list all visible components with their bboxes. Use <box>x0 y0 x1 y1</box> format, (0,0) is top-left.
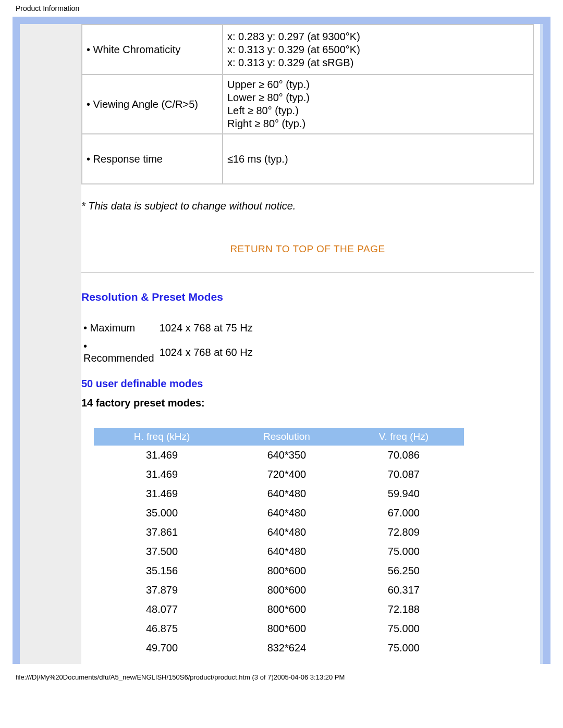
spec-label: • Viewing Angle (C/R>5) <box>82 75 223 134</box>
spec-value: ≤16 ms (typ.) <box>223 134 533 184</box>
table-row: • Maximum1024 x 768 at 75 Hz <box>83 319 258 337</box>
spec-label: • White Chromaticity <box>82 24 223 75</box>
cell: 72.809 <box>344 523 464 542</box>
footer-path: file:///D|/My%20Documents/dfu/A5_new/ENG… <box>0 664 563 686</box>
cell: 46.875 <box>94 619 230 638</box>
outer-frame: • White Chromaticityx: 0.283 y: 0.297 (a… <box>13 17 550 664</box>
cell: 72.188 <box>344 600 464 619</box>
column-header: H. freq (kHz) <box>94 428 230 446</box>
cell: 31.469 <box>94 484 230 503</box>
cell: 37.879 <box>94 581 230 600</box>
divider <box>81 273 534 273</box>
cell: 75.000 <box>344 619 464 638</box>
spec-table: • White Chromaticityx: 0.283 y: 0.297 (a… <box>81 24 534 184</box>
preset-table: H. freq (kHz)ResolutionV. freq (Hz) 31.4… <box>94 428 464 658</box>
table-row: 49.700832*62475.000 <box>94 638 464 658</box>
main-content: • White Chromaticityx: 0.283 y: 0.297 (a… <box>81 24 543 664</box>
section-heading-resolution: Resolution & Preset Modes <box>81 291 534 303</box>
table-row: 31.469640*35070.086 <box>94 446 464 465</box>
table-row: 37.879800*60060.317 <box>94 581 464 600</box>
cell: 640*480 <box>230 503 344 523</box>
table-row: 31.469720*40070.087 <box>94 465 464 484</box>
cell: 31.469 <box>94 465 230 484</box>
left-sidebar <box>20 24 81 664</box>
cell: 35.156 <box>94 561 230 581</box>
table-row: 48.077800*60072.188 <box>94 600 464 619</box>
cell: 59.940 <box>344 484 464 503</box>
column-header: V. freq (Hz) <box>344 428 464 446</box>
cell: 37.500 <box>94 542 230 561</box>
table-row: 46.875800*60075.000 <box>94 619 464 638</box>
cell: 75.000 <box>344 542 464 561</box>
cell: 70.086 <box>344 446 464 465</box>
mode-label: • Recommended <box>83 337 160 367</box>
cell: 800*600 <box>230 561 344 581</box>
table-row: 35.156800*60056.250 <box>94 561 464 581</box>
cell: 640*480 <box>230 542 344 561</box>
resolution-modes-table: • Maximum1024 x 768 at 75 Hz• Recommende… <box>83 319 258 367</box>
column-header: Resolution <box>230 428 344 446</box>
table-row: • Viewing Angle (C/R>5)Upper ≥ 60° (typ.… <box>82 75 533 134</box>
page-title: Product Information <box>0 0 563 17</box>
mode-label: • Maximum <box>83 319 160 337</box>
spec-value: Upper ≥ 60° (typ.)Lower ≥ 80° (typ.)Left… <box>223 75 533 134</box>
table-row: 37.500640*48075.000 <box>94 542 464 561</box>
factory-preset-heading: 14 factory preset modes: <box>81 397 534 409</box>
user-definable-heading: 50 user definable modes <box>81 378 534 390</box>
cell: 800*600 <box>230 619 344 638</box>
cell: 640*350 <box>230 446 344 465</box>
mode-value: 1024 x 768 at 75 Hz <box>160 319 258 337</box>
cell: 67.000 <box>344 503 464 523</box>
spec-label: • Response time <box>82 134 223 184</box>
cell: 60.317 <box>344 581 464 600</box>
inner-frame: • White Chromaticityx: 0.283 y: 0.297 (a… <box>20 24 543 664</box>
cell: 640*480 <box>230 523 344 542</box>
cell: 56.250 <box>344 561 464 581</box>
cell: 49.700 <box>94 638 230 658</box>
cell: 37.861 <box>94 523 230 542</box>
table-row: • White Chromaticityx: 0.283 y: 0.297 (a… <box>82 24 533 75</box>
table-row: 31.469640*48059.940 <box>94 484 464 503</box>
table-row: 35.000640*48067.000 <box>94 503 464 523</box>
cell: 70.087 <box>344 465 464 484</box>
cell: 800*600 <box>230 600 344 619</box>
cell: 75.000 <box>344 638 464 658</box>
cell: 31.469 <box>94 446 230 465</box>
table-row: 37.861640*48072.809 <box>94 523 464 542</box>
table-row: • Response time≤16 ms (typ.) <box>82 134 533 184</box>
cell: 832*624 <box>230 638 344 658</box>
cell: 640*480 <box>230 484 344 503</box>
return-to-top-link[interactable]: RETURN TO TOP OF THE PAGE <box>81 243 534 255</box>
spec-value: x: 0.283 y: 0.297 (at 9300°K)x: 0.313 y:… <box>223 24 533 75</box>
footnote: * This data is subject to change without… <box>81 200 534 212</box>
table-row: • Recommended1024 x 768 at 60 Hz <box>83 337 258 367</box>
cell: 35.000 <box>94 503 230 523</box>
mode-value: 1024 x 768 at 60 Hz <box>160 337 258 367</box>
cell: 720*400 <box>230 465 344 484</box>
cell: 48.077 <box>94 600 230 619</box>
cell: 800*600 <box>230 581 344 600</box>
